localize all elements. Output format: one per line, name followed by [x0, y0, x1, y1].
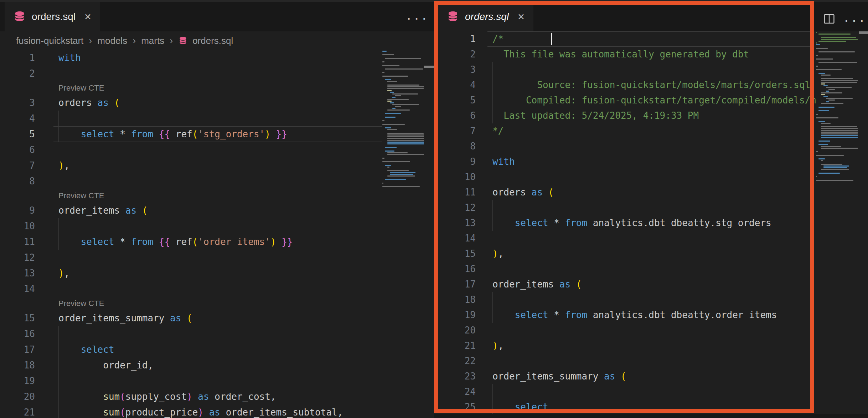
line-number[interactable]: 9: [434, 154, 476, 169]
line-number[interactable]: 21: [434, 338, 476, 353]
code-line[interactable]: select: [58, 342, 114, 357]
breadcrumb-item[interactable]: marts: [141, 35, 164, 46]
line-number[interactable]: 25: [434, 399, 476, 414]
line-number[interactable]: 11: [434, 185, 476, 200]
code-line[interactable]: with: [58, 50, 81, 66]
line-number[interactable]: 12: [434, 200, 476, 215]
code-line[interactable]: This file was automatically generated by…: [492, 47, 749, 62]
breadcrumb-item[interactable]: models: [97, 35, 127, 46]
tab-orders-sql-preview[interactable]: orders.sql ✕: [438, 2, 533, 31]
split-editor-icon[interactable]: [822, 12, 836, 26]
line-number[interactable]: 4: [0, 111, 35, 126]
line-number[interactable]: 18: [0, 357, 35, 373]
code-editor-right[interactable]: 1/*2 This file was automatically generat…: [434, 31, 868, 414]
token: ): [492, 248, 498, 259]
code-line[interactable]: order_items as (: [58, 203, 148, 218]
code-line[interactable]: sum(product_price) as order_items_subtot…: [58, 404, 343, 418]
line-number[interactable]: 8: [434, 139, 476, 154]
line-number[interactable]: 3: [434, 62, 476, 77]
line-number[interactable]: 15: [434, 246, 476, 261]
code-line[interactable]: with: [492, 154, 515, 169]
code-line[interactable]: Compiled: fusion-quickstart/target/compi…: [492, 93, 816, 108]
minimap[interactable]: [816, 32, 858, 388]
line-number[interactable]: 24: [434, 384, 476, 399]
line-number[interactable]: 2: [0, 66, 35, 81]
breadcrumb-item[interactable]: orders.sql: [192, 35, 233, 46]
minimap-line: [382, 76, 408, 77]
code-line[interactable]: /*: [492, 31, 503, 47]
line-number[interactable]: 10: [0, 218, 35, 234]
code-line[interactable]: ),: [492, 246, 503, 261]
code-line[interactable]: */: [492, 123, 503, 139]
minimap[interactable]: [382, 51, 424, 404]
line-number[interactable]: 17: [0, 342, 35, 357]
code-line[interactable]: order_id,: [58, 357, 153, 373]
line-number[interactable]: 16: [434, 261, 476, 277]
code-line[interactable]: select: [492, 399, 548, 414]
codelens-row: Preview CTE: [0, 81, 382, 95]
line-number[interactable]: 11: [0, 234, 35, 250]
codelens-preview-cte[interactable]: Preview CTE: [58, 189, 104, 203]
token: orders: [58, 97, 98, 108]
line-number[interactable]: 14: [0, 281, 35, 297]
line-number[interactable]: 7: [434, 123, 476, 139]
line-number[interactable]: 9: [0, 203, 35, 218]
code-line[interactable]: order_items_summary as (: [58, 310, 192, 326]
code-line[interactable]: select * from analytics.dbt_dbeatty.stg_…: [492, 215, 771, 231]
line-number[interactable]: 8: [0, 173, 35, 189]
breadcrumb-item[interactable]: fusion-quickstart: [16, 35, 83, 46]
line-number[interactable]: 6: [0, 142, 35, 158]
code-line[interactable]: select * from {{ ref('order_items') }}: [58, 234, 293, 250]
close-icon[interactable]: ✕: [84, 12, 92, 22]
line-number[interactable]: 15: [0, 310, 35, 326]
code-line[interactable]: ),: [58, 158, 69, 173]
code-line[interactable]: select * from {{ ref('stg_orders') }}: [58, 126, 287, 142]
line-number[interactable]: 21: [0, 404, 35, 418]
indent-guide: [58, 373, 59, 389]
minimap-line: [390, 92, 394, 93]
code-line[interactable]: sum(supply_cost) as order_cost,: [58, 389, 276, 404]
token: order_items_subtotal,: [226, 407, 343, 418]
line-number[interactable]: 19: [434, 307, 476, 323]
codelens-preview-cte[interactable]: Preview CTE: [58, 81, 104, 95]
minimap-line: [392, 108, 396, 109]
line-number[interactable]: 16: [0, 326, 35, 342]
code-line[interactable]: order_items as (: [492, 277, 582, 292]
line-number[interactable]: 19: [0, 373, 35, 389]
line-number[interactable]: 13: [0, 265, 35, 281]
code-line[interactable]: orders as (: [492, 185, 554, 200]
close-icon[interactable]: ✕: [517, 12, 525, 22]
code-line[interactable]: ),: [492, 338, 503, 353]
code-line[interactable]: select * from analytics.dbt_dbeatty.orde…: [492, 307, 777, 323]
line-number[interactable]: 7: [0, 158, 35, 173]
code-line[interactable]: order_items_summary as (: [492, 369, 626, 384]
line-number[interactable]: 10: [434, 169, 476, 185]
minimap-line: [821, 39, 858, 40]
line-number[interactable]: 2: [434, 47, 476, 62]
line-number[interactable]: 14: [434, 231, 476, 246]
line-number[interactable]: 5: [434, 93, 476, 108]
line-number[interactable]: 13: [434, 215, 476, 231]
line-number[interactable]: 23: [434, 369, 476, 384]
line-number[interactable]: 6: [434, 108, 476, 123]
line-number[interactable]: 5: [0, 126, 35, 142]
code-line[interactable]: Last updated: 5/24/2025, 4:19:33 PM: [492, 108, 699, 123]
minimap-line: [818, 158, 825, 159]
code-line[interactable]: orders as (: [58, 95, 120, 111]
line-number[interactable]: 1: [0, 50, 35, 66]
token: 'order_items': [198, 236, 270, 247]
code-line[interactable]: Source: fusion-quickstart/models/marts/o…: [492, 77, 810, 93]
line-number[interactable]: 12: [0, 250, 35, 265]
line-number[interactable]: 20: [434, 323, 476, 338]
tab-orders-sql[interactable]: orders.sql ✕: [5, 2, 100, 31]
line-number[interactable]: 4: [434, 77, 476, 93]
code-line[interactable]: ),: [58, 265, 69, 281]
code-editor-left[interactable]: 1with2Preview CTE3orders as (45 select *…: [0, 50, 434, 418]
line-number[interactable]: 3: [0, 95, 35, 111]
line-number[interactable]: 22: [434, 353, 476, 369]
line-number[interactable]: 18: [434, 292, 476, 307]
line-number[interactable]: 20: [0, 389, 35, 404]
codelens-preview-cte[interactable]: Preview CTE: [58, 297, 104, 310]
line-number[interactable]: 17: [434, 277, 476, 292]
line-number[interactable]: 1: [434, 31, 476, 47]
